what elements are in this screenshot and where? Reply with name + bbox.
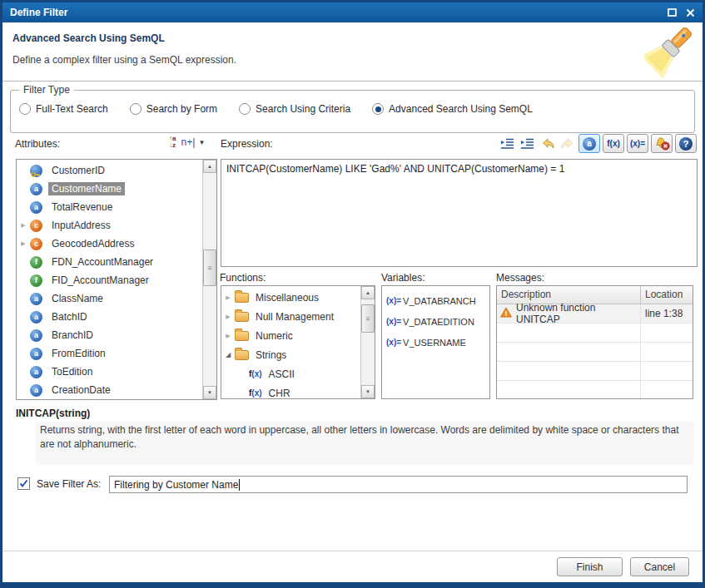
scroll-thumb[interactable]: ≡ bbox=[203, 250, 216, 286]
radio-icon[interactable] bbox=[130, 103, 141, 115]
variables-label: Variables: bbox=[381, 272, 424, 284]
attribute-item[interactable]: CustomerID bbox=[17, 161, 202, 180]
radio-selected-icon[interactable] bbox=[372, 103, 384, 115]
attributes-list[interactable]: CustomerIDaCustomerNameaTotalRevenue▶cIn… bbox=[16, 159, 217, 400]
attribute-item[interactable]: aBatchID bbox=[17, 308, 202, 326]
expand-icon[interactable]: ▶ bbox=[221, 333, 235, 339]
expression-text: INITCAP(CustomerName) LIKE 'Gad%' AND UN… bbox=[226, 163, 564, 175]
simple-attribute-icon: a bbox=[30, 348, 42, 360]
insert-attribute-button[interactable]: a bbox=[578, 134, 600, 153]
attribute-item[interactable]: aClassName bbox=[17, 289, 202, 308]
insert-variable-button[interactable]: (x)= bbox=[627, 134, 648, 153]
functions-tree-panel[interactable]: ▶Miscellaneous▶Null Management▶Numeric◢S… bbox=[221, 285, 375, 399]
validate-expression-button[interactable] bbox=[651, 134, 673, 153]
attribute-item[interactable]: aFromEdition bbox=[17, 344, 202, 363]
function-tree-label: Numeric bbox=[256, 330, 293, 342]
function-tree-item[interactable]: ▶Miscellaneous bbox=[221, 288, 360, 307]
message-location-cell: line 1:38 bbox=[641, 304, 693, 323]
attribute-item[interactable]: aCustomerName bbox=[17, 180, 202, 198]
variable-item-label: V_DATAEDITION bbox=[403, 317, 474, 327]
scroll-up-icon[interactable]: ▲ bbox=[361, 286, 375, 299]
function-tree-item[interactable]: ◢Strings bbox=[221, 345, 360, 364]
attribute-item[interactable]: ▶cInputAddress bbox=[17, 216, 202, 235]
bell-error-icon bbox=[654, 136, 670, 151]
insert-function-button[interactable]: f(x) bbox=[603, 134, 624, 153]
help-button[interactable]: ? bbox=[675, 134, 697, 153]
variable-item[interactable]: (x)=V_USERNAME bbox=[382, 332, 489, 353]
filter-type-option[interactable]: Full-Text Search bbox=[19, 103, 108, 115]
empty-description-cell bbox=[497, 362, 641, 380]
functions-scrollbar[interactable]: ▲ ≡ ▼ bbox=[360, 286, 375, 398]
attribute-item-label: InputAddress bbox=[48, 219, 114, 232]
function-tree-item[interactable]: ▶Numeric bbox=[221, 326, 360, 345]
function-tree-item[interactable]: f(x)ASCII bbox=[221, 364, 360, 383]
expand-icon[interactable]: ▶ bbox=[221, 294, 235, 301]
expression-toolbar: a f(x) (x)= ? bbox=[499, 134, 697, 153]
column-location[interactable]: Location bbox=[641, 286, 693, 304]
radio-icon[interactable] bbox=[239, 103, 251, 115]
indent-right-icon[interactable] bbox=[519, 135, 536, 152]
undo-icon[interactable] bbox=[539, 135, 556, 152]
attribute-item-label: FromEdition bbox=[48, 347, 109, 360]
attribute-item-label: FID_AccountManager bbox=[48, 274, 152, 287]
simple-attribute-icon: a bbox=[30, 311, 42, 324]
scroll-up-icon[interactable]: ▲ bbox=[203, 160, 216, 173]
cancel-button[interactable]: Cancel bbox=[630, 557, 689, 576]
empty-location-cell bbox=[641, 343, 693, 361]
scroll-down-icon[interactable]: ▼ bbox=[361, 385, 375, 398]
column-description[interactable]: Description bbox=[497, 286, 641, 304]
filter-type-option[interactable]: Search Using Criteria bbox=[239, 103, 350, 115]
attribute-item-label: BatchID bbox=[48, 310, 91, 324]
message-row[interactable]: !Unknown function UNITCAPline 1:38 bbox=[497, 304, 693, 324]
attribute-item[interactable]: aBranchID bbox=[17, 326, 202, 344]
variable-item[interactable]: (x)=V_DATAEDITION bbox=[382, 311, 489, 332]
sort-order-toggle[interactable]: n+| bbox=[181, 136, 195, 148]
attribute-item[interactable]: aToEdition bbox=[17, 363, 202, 381]
expression-label: Expression: bbox=[221, 138, 273, 150]
expand-icon[interactable]: ▶ bbox=[17, 222, 30, 229]
sort-alphabetical-icon[interactable]: ↑a↓z bbox=[169, 136, 176, 149]
filter-type-option[interactable]: Advanced Search Using SemQL bbox=[372, 103, 533, 115]
sort-dropdown-icon[interactable]: ▾ bbox=[200, 138, 204, 146]
filter-type-option[interactable]: Search by Form bbox=[130, 103, 217, 115]
save-filter-name-input[interactable]: Filtering by Customer Name bbox=[109, 476, 688, 493]
radio-icon[interactable] bbox=[19, 103, 31, 115]
message-empty-row bbox=[497, 362, 693, 381]
scroll-thumb[interactable]: ≡ bbox=[361, 304, 375, 333]
attribute-item-label: CustomerID bbox=[48, 164, 108, 177]
attribute-item[interactable]: ▶cGeocodedAddress bbox=[17, 235, 202, 253]
variables-panel[interactable]: (x)=V_DATABRANCH(x)=V_DATAEDITION(x)=V_U… bbox=[381, 285, 490, 399]
close-icon[interactable] bbox=[686, 8, 695, 17]
expand-icon[interactable]: ▶ bbox=[17, 240, 30, 247]
attribute-item[interactable]: aTotalRevenue bbox=[17, 198, 202, 216]
message-description-cell: !Unknown function UNITCAP bbox=[497, 304, 641, 323]
function-tree-item[interactable]: f(x)CHR bbox=[221, 383, 360, 399]
flashlight-search-icon bbox=[644, 22, 699, 79]
folder-icon bbox=[235, 331, 249, 341]
attributes-scrollbar[interactable]: ▲ ≡ ▼ bbox=[202, 160, 216, 399]
expand-icon[interactable]: ▶ bbox=[221, 314, 235, 320]
key-attribute-icon bbox=[30, 165, 42, 177]
simple-attribute-icon: a bbox=[30, 366, 42, 378]
empty-location-cell bbox=[641, 362, 693, 380]
attribute-item[interactable]: aCreationDate bbox=[17, 381, 202, 399]
window-titlebar[interactable]: Define Filter bbox=[2, 2, 703, 22]
finish-button[interactable]: Finish bbox=[557, 557, 623, 576]
variable-item[interactable]: (x)=V_DATABRANCH bbox=[382, 290, 489, 311]
variable-icon: (x)= bbox=[386, 338, 401, 347]
attribute-item[interactable]: fFDN_AccountManager bbox=[17, 253, 202, 271]
expression-editor[interactable]: INITCAP(CustomerName) LIKE 'Gad%' AND UN… bbox=[221, 159, 698, 267]
save-filter-label: Save Filter As: bbox=[37, 478, 101, 490]
maximize-icon[interactable] bbox=[668, 8, 677, 17]
attribute-item-label: ToEdition bbox=[48, 365, 96, 378]
message-empty-row bbox=[497, 343, 693, 362]
collapse-icon[interactable]: ◢ bbox=[221, 351, 235, 358]
scroll-down-icon[interactable]: ▼ bbox=[203, 386, 216, 399]
attribute-item[interactable]: fFID_AccountManager bbox=[17, 271, 202, 289]
function-tree-item[interactable]: ▶Null Management bbox=[221, 307, 360, 326]
indent-left-icon[interactable] bbox=[499, 135, 516, 152]
save-filter-checkbox[interactable] bbox=[17, 477, 30, 490]
attribute-item-label: ClassName bbox=[48, 292, 107, 305]
message-description-text: Unknown function UNITCAP bbox=[516, 302, 637, 325]
variable-icon: (x)= bbox=[386, 296, 401, 305]
